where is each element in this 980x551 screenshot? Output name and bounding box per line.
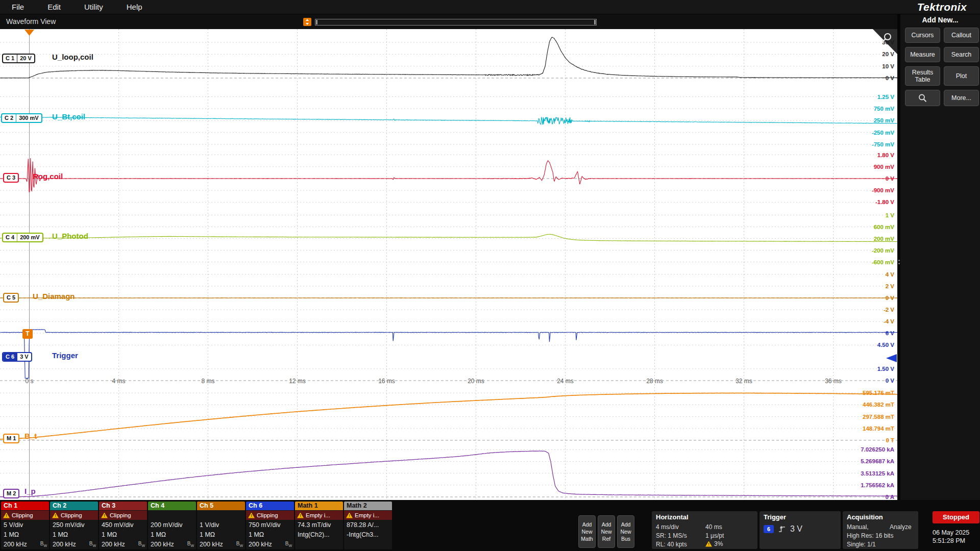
- add-new-ref-button[interactable]: Add New Ref: [598, 515, 615, 548]
- trace-label-ch1: U_loop,coil: [52, 53, 93, 61]
- channel-badge-name: M 1: [4, 435, 18, 442]
- scale-label-m1: 595.176 mT: [863, 390, 894, 396]
- add-new-math-button[interactable]: Add New Math: [578, 515, 596, 548]
- channel-badge-name: M 2: [4, 490, 18, 497]
- sidebar-button-plot[interactable]: Plot: [944, 66, 979, 86]
- channel-tile-ch6[interactable]: Ch 6Clipping750 mV/div1 MΩ200 kHzBW: [246, 502, 294, 549]
- zoom-corner[interactable]: [873, 29, 897, 54]
- sidebar-button-more[interactable]: More...: [944, 90, 979, 106]
- sidebar-button-search[interactable]: Search: [944, 47, 979, 62]
- tile-row: 200 kHzBW: [50, 539, 98, 549]
- tile-row: 750 mV/div: [246, 520, 294, 530]
- trace-label-ch4: U_Photod: [52, 232, 88, 240]
- waveform-plot-area[interactable]: 0 s4 ms8 ms12 ms16 ms20 ms24 ms28 ms32 m…: [0, 29, 897, 500]
- channel-tile-ch1[interactable]: Ch 1Clipping5 V/div1 MΩ200 kHzBW: [1, 502, 49, 549]
- tile-header: Ch 6: [246, 502, 294, 510]
- menu-item-edit[interactable]: Edit: [36, 0, 72, 14]
- tektronix-logo: Tektronix: [917, 1, 967, 13]
- tile-row: 200 mV/div: [148, 520, 196, 530]
- tile-header: Ch 2: [50, 502, 98, 510]
- tile-row: 200 kHzBW: [1, 539, 49, 549]
- warning-icon: [101, 513, 108, 518]
- scrollbar-track[interactable]: [315, 19, 597, 26]
- trace-label-ch3: Rog,coil: [33, 172, 63, 181]
- time-axis-label: 4 ms: [112, 378, 125, 385]
- date-label: 06 May 2025: [933, 529, 969, 536]
- trace-label-ch5: U_Diamagn: [33, 292, 75, 300]
- tile-row: 1 MΩ: [50, 530, 98, 539]
- trigger-settings-row: 6 3 V: [764, 524, 802, 534]
- tile-row: 1 MΩ: [246, 530, 294, 539]
- channel-badge-m1[interactable]: M 1: [3, 434, 19, 443]
- channel-badge-ch3[interactable]: C 3: [3, 173, 19, 183]
- tile-header: Math 1: [295, 502, 343, 510]
- time-axis-label: 8 ms: [201, 378, 214, 385]
- trace-m1: [0, 393, 897, 439]
- sidebar-button-callout[interactable]: Callout: [944, 28, 979, 43]
- zoom-button[interactable]: [905, 90, 940, 106]
- menu-items: FileEditUtilityHelp: [0, 0, 154, 14]
- tile-row: 200 kHzBW: [99, 539, 147, 549]
- scale-label-m2: 7.026250 kA: [861, 446, 894, 453]
- acquisition-analyze[interactable]: Analyze: [890, 523, 912, 531]
- trigger-level-marker[interactable]: [886, 354, 897, 362]
- trigger-position-marker[interactable]: [24, 30, 34, 36]
- trace-ch1: [0, 37, 897, 78]
- run-stop-status[interactable]: Stopped: [933, 511, 979, 523]
- time-axis-label: 0 s: [25, 378, 33, 385]
- channel-badge-ch4[interactable]: C 4200 mV: [2, 233, 43, 242]
- trigger-level: 3 V: [790, 524, 802, 534]
- scale-label-ch4: 200 mV: [874, 236, 895, 242]
- tile-warning: Empty i...: [295, 511, 343, 520]
- horizontal-pan-control[interactable]: [303, 18, 597, 26]
- expansion-point-icon[interactable]: [303, 18, 311, 26]
- sidebar-button-measure[interactable]: Measure: [905, 47, 940, 62]
- menu-item-utility[interactable]: Utility: [72, 0, 115, 14]
- channel-badge-name: C 3: [4, 174, 18, 182]
- trace-label-m1: B_t: [24, 432, 37, 440]
- channel-tile-ch5[interactable]: Ch 51 V/div1 MΩ200 kHzBW: [197, 502, 245, 549]
- channel-badge-scale: 20 V: [17, 55, 34, 62]
- channel-badge-name: C 5: [4, 294, 18, 302]
- sample-interval: 1 µs/pt: [705, 532, 724, 539]
- add-new-bus-button[interactable]: Add New Bus: [617, 515, 634, 548]
- scale-label-ch3: 900 mV: [874, 164, 895, 170]
- sidebar-button-cursors[interactable]: Cursors: [905, 28, 940, 43]
- channel-tile-math2[interactable]: Math 2Empty i...878.28 A/...-Intg(Ch3...: [344, 502, 392, 549]
- scale-label-ch3: -1.80 V: [875, 199, 894, 205]
- channel-tile-ch3[interactable]: Ch 3Clipping450 mV/div1 MΩ200 kHzBW: [99, 502, 147, 549]
- bandwidth-icon: BW: [138, 541, 145, 547]
- sidebar-button-results-table[interactable]: Results Table: [905, 66, 940, 86]
- time-axis-label: 20 ms: [468, 378, 484, 385]
- channel-badge-ch6[interactable]: C 63 V: [2, 352, 32, 362]
- scale-label-ch1: 20 V: [882, 51, 894, 57]
- tile-header: Ch 3: [99, 502, 147, 510]
- horizontal-panel[interactable]: Horizontal 4 ms/div 40 ms SR: 1 MS/s 1 µ…: [652, 511, 757, 549]
- bandwidth-icon: BW: [40, 541, 47, 547]
- oscilloscope-app: FileEditUtilityHelp Tektronix Waveform V…: [0, 0, 980, 551]
- scale-label-ch2: 1.25 V: [877, 94, 895, 100]
- warning-icon: [346, 513, 353, 518]
- channel-tile-ch4[interactable]: Ch 4200 mV/div1 MΩ200 kHzBW: [148, 502, 196, 549]
- tile-row: 5 V/div: [1, 520, 49, 530]
- channel-badge-m2[interactable]: M 2: [3, 489, 19, 498]
- trigger-panel[interactable]: Trigger 6 3 V: [760, 511, 841, 549]
- acquisition-mode: Manual,: [847, 523, 869, 531]
- channel-badge-ch5[interactable]: C 5: [3, 293, 19, 303]
- channel-tile-ch2[interactable]: Ch 2Clipping250 mV/div1 MΩ200 kHzBW: [50, 502, 98, 549]
- horizontal-panel-title: Horizontal: [652, 511, 757, 521]
- tile-header: Ch 4: [148, 502, 196, 510]
- tile-row: 1 V/div: [197, 520, 245, 530]
- menu-item-help[interactable]: Help: [115, 0, 154, 14]
- trigger-source-marker[interactable]: T: [22, 329, 33, 339]
- channel-tile-math1[interactable]: Math 1Empty i...74.3 mT/divIntg(Ch2)...: [295, 502, 343, 549]
- menu-item-file[interactable]: File: [0, 0, 36, 14]
- tile-header: Ch 5: [197, 502, 245, 510]
- time-axis-label: 28 ms: [646, 378, 663, 385]
- channel-badge-ch1[interactable]: C 120 V: [2, 54, 35, 63]
- tile-warning-empty: [197, 511, 245, 520]
- scale-label-ch4: 600 mV: [874, 224, 895, 230]
- channel-badge-ch2[interactable]: C 2300 mV: [1, 113, 42, 123]
- acquisition-panel[interactable]: Acquisition Manual, Analyze High Res: 16…: [843, 511, 918, 549]
- channel-badge-scale: 300 mV: [16, 114, 41, 122]
